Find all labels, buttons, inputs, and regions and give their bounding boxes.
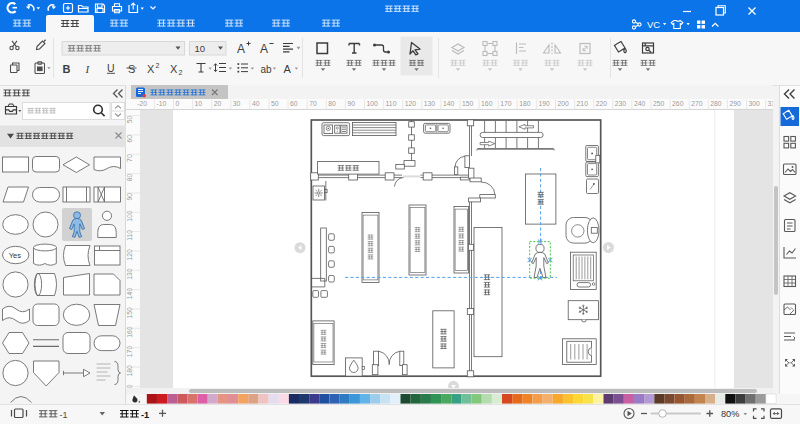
svg-text:-1: -1 [141, 410, 149, 420]
svg-text:-1: -1 [60, 410, 68, 420]
svg-text:80%: 80% [721, 409, 739, 419]
